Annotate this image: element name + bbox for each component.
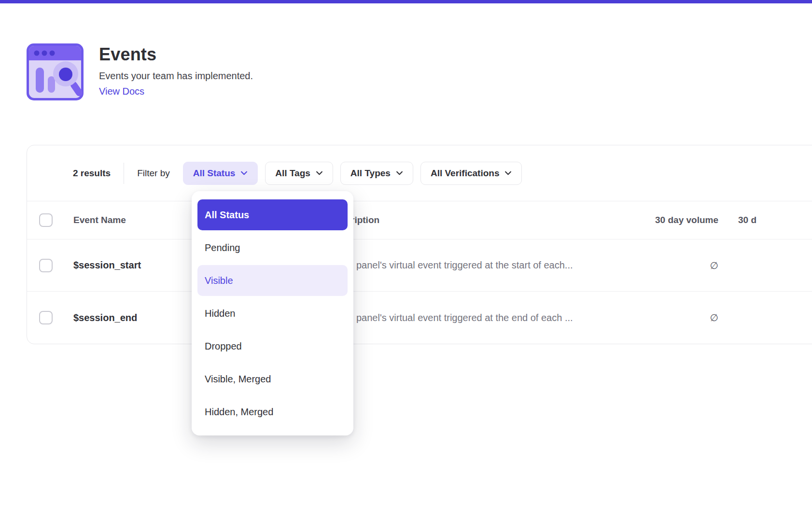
dropdown-option-pending[interactable]: Pending — [197, 232, 348, 263]
browser-chart-magnifier-icon — [27, 43, 84, 100]
chevron-down-icon — [316, 171, 323, 175]
toolbar-divider — [124, 163, 124, 184]
page-header: Events Events your team has implemented.… — [27, 43, 253, 100]
dropdown-option-dropped[interactable]: Dropped — [197, 331, 348, 362]
status-dropdown-menu: All Status Pending Visible Hidden Droppe… — [192, 191, 353, 435]
dropdown-option-hidden-merged[interactable]: Hidden, Merged — [197, 396, 348, 427]
types-filter-button[interactable]: All Types — [340, 162, 413, 185]
page-title: Events — [99, 44, 253, 65]
chevron-down-icon — [240, 171, 248, 175]
column-header-30-day-partial[interactable]: 30 d — [725, 215, 812, 225]
select-all-checkbox[interactable] — [39, 213, 53, 227]
event-30-day-volume: ∅ — [647, 260, 725, 271]
results-count: 2 results — [73, 168, 111, 179]
filter-toolbar: 2 results Filter by All Status All Tags … — [27, 145, 812, 201]
dropdown-option-hidden[interactable]: Hidden — [197, 298, 348, 329]
verifications-filter-label: All Verifications — [431, 168, 500, 179]
top-accent-bar — [0, 0, 812, 3]
status-filter-label: All Status — [193, 168, 236, 179]
table-header-row: Event Name ription 30 day volume 30 d — [27, 201, 812, 239]
table-row-session-end[interactable]: $session_end panel's virtual event trigg… — [27, 292, 812, 344]
chevron-down-icon — [504, 171, 512, 175]
event-description-partial: panel's virtual event triggered at the s… — [318, 260, 647, 271]
column-header-30-day-volume[interactable]: 30 day volume — [647, 215, 725, 225]
dropdown-option-all-status[interactable]: All Status — [197, 199, 348, 230]
events-lexicon-icon — [27, 43, 84, 100]
view-docs-link[interactable]: View Docs — [99, 86, 144, 97]
row-checkbox[interactable] — [39, 311, 53, 324]
tags-filter-label: All Tags — [275, 168, 310, 179]
table-row-session-start[interactable]: $session_start panel's virtual event tri… — [27, 239, 812, 292]
verifications-filter-button[interactable]: All Verifications — [420, 162, 522, 185]
status-filter-button[interactable]: All Status — [183, 162, 258, 185]
tags-filter-button[interactable]: All Tags — [265, 162, 333, 185]
column-header-description-partial[interactable]: ription — [318, 215, 647, 225]
page-subtitle: Events your team has implemented. — [99, 70, 253, 82]
filter-by-label: Filter by — [137, 168, 170, 179]
chevron-down-icon — [396, 171, 403, 175]
dropdown-option-visible-merged[interactable]: Visible, Merged — [197, 364, 348, 394]
event-30-day-volume: ∅ — [647, 312, 725, 323]
dropdown-option-visible[interactable]: Visible — [197, 265, 348, 296]
event-description-partial: panel's virtual event triggered at the e… — [318, 312, 647, 323]
events-table-card: 2 results Filter by All Status All Tags … — [27, 145, 812, 344]
types-filter-label: All Types — [350, 168, 391, 179]
row-checkbox[interactable] — [39, 259, 53, 272]
